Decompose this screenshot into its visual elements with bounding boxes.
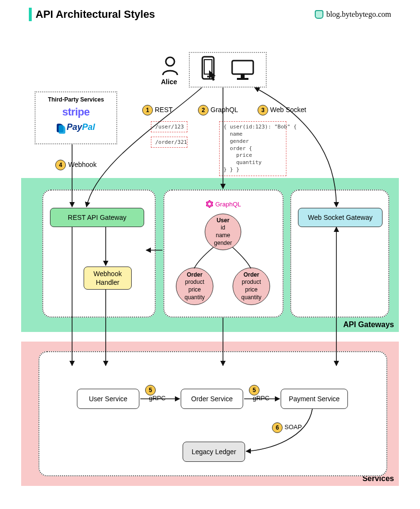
step-6-badge: 6 (272, 422, 283, 433)
step-4-badge: 4 (55, 160, 66, 170)
graphql-order-node-2: Order product price quantity (233, 267, 270, 305)
graphql-query-box: { user(id:123): "Bob" { name gender orde… (219, 121, 286, 176)
graphql-order-node-1: Order product price quantity (176, 267, 213, 305)
step-4-label: Webhook (68, 161, 97, 168)
phone-icon (198, 56, 222, 84)
step-3-badge: 3 (258, 105, 268, 115)
svg-rect-5 (237, 78, 248, 80)
svg-point-12 (206, 205, 208, 206)
svg-rect-4 (241, 74, 245, 78)
rest-endpoint-user: /user/123 (151, 121, 187, 132)
svg-rect-3 (232, 61, 253, 74)
payment-service: Payment Service (281, 389, 348, 409)
client-devices-box (189, 52, 267, 88)
graphql-logo: GraphQL (206, 200, 241, 208)
third-party-title: Third-Party Services (38, 96, 113, 103)
paypal-icon (57, 124, 63, 132)
webhook-handler: Webhook Handler (84, 267, 132, 290)
svg-point-13 (206, 202, 208, 203)
graphql-user-node: User id name gender (205, 214, 241, 250)
legacy-ledger: Legacy Ledger (183, 442, 245, 462)
step-2-badge: 2 (198, 105, 209, 115)
step-1-badge: 1 (142, 105, 153, 115)
order-service: Order Service (181, 389, 243, 409)
blog-text: blog.bytebytego.com (326, 10, 391, 19)
step-5b-badge: 5 (249, 385, 259, 395)
step-5b-label: gRPC (253, 394, 270, 402)
svg-point-10 (212, 205, 213, 206)
title-accent (29, 8, 32, 21)
step-5a-badge: 5 (145, 385, 156, 395)
svg-point-6 (166, 57, 174, 66)
blog-icon (315, 10, 323, 19)
rest-gateway: REST API Gateway (50, 208, 144, 227)
graphql-hex-icon (206, 200, 213, 208)
step-6-label: SOAP (284, 423, 302, 431)
websocket-gateway: Web Socket Gateway (298, 208, 383, 227)
paypal-logo: PayPal (67, 122, 95, 132)
step-3-label: Web Socket (270, 106, 306, 114)
user-service: User Service (77, 389, 139, 409)
desktop-icon (230, 59, 257, 83)
svg-point-2 (207, 76, 209, 77)
stripe-logo: stripe (38, 106, 113, 118)
rest-endpoint-order: /order/321 (151, 137, 187, 148)
gateways-band-label: API Gateways (343, 320, 394, 329)
alice-label: Alice (161, 78, 177, 86)
third-party-box: Third-Party Services stripe PayPal (35, 91, 117, 144)
user-icon (161, 56, 179, 77)
step-1-label: REST (155, 106, 173, 114)
svg-point-9 (212, 202, 213, 203)
step-5a-label: gRPC (149, 394, 166, 402)
blog-link[interactable]: blog.bytebytego.com (315, 10, 391, 19)
page-title: API Architectural Styles (36, 8, 155, 21)
step-2-label: GraphQL (210, 106, 238, 114)
